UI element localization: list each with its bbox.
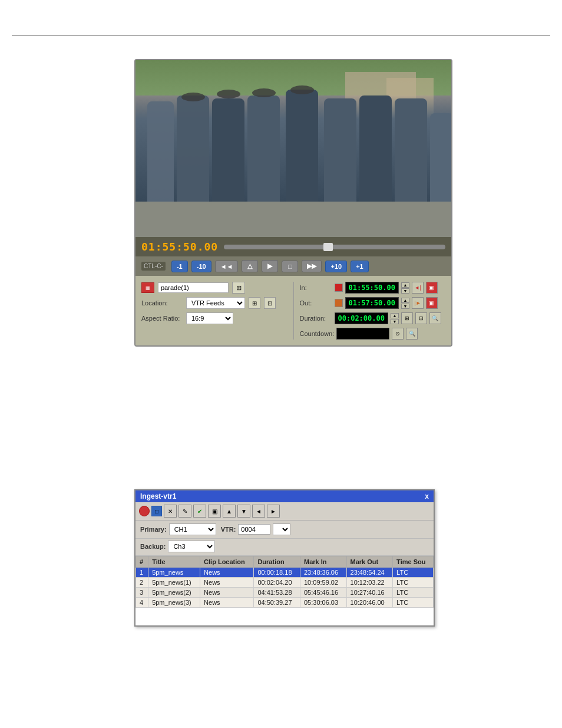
out-tc-row: Out: 01:57:50.00 ▲ ▼ |► ▣ (300, 297, 446, 309)
duration-action2[interactable]: ⊡ (415, 312, 427, 324)
ingest-panel: Ingest-vtr1 x □ ✕ ✎ ✔ ▣ ▲ ▼ ◄ ► Primary:… (134, 489, 435, 627)
ctl-label: CTL-C- (141, 262, 166, 271)
transport-rewind[interactable]: ◄◄ (215, 261, 239, 272)
duration-action1[interactable]: ⊞ (401, 312, 413, 324)
in-tc-row: In: 01:55:50.00 ▲ ▼ ◄| ▣ (300, 282, 446, 294)
out-spin-up[interactable]: ▲ (401, 298, 409, 303)
ingest-down-btn[interactable]: ▼ (237, 505, 250, 518)
backup-select[interactable]: Ch3 Ch1 Ch2 (168, 541, 215, 552)
cell-markout: 10:12:03.22 (346, 578, 393, 588)
table-row[interactable]: 1 5pm_news News 00:00:18.18 23:48:36.06 … (136, 568, 434, 578)
cell-timesource: LTC (393, 598, 434, 608)
duration-action3[interactable]: 🔍 (429, 312, 441, 324)
ingest-edit-btn[interactable]: ✎ (178, 505, 191, 518)
table-header-row: # Title Clip Location Duration Mark In M… (136, 556, 434, 568)
cell-timesource: LTC (393, 568, 434, 578)
transport-slow[interactable]: △ (242, 260, 258, 272)
primary-group: Primary: CH1 CH2 CH3 (140, 523, 216, 535)
ingest-up-btn[interactable]: ▲ (223, 505, 236, 518)
transport-stop[interactable]: □ (282, 261, 298, 272)
col-markout: Mark Out (346, 556, 393, 568)
ingest-cut-btn[interactable]: ✕ (164, 505, 177, 518)
top-divider (12, 35, 550, 36)
cell-location: News (200, 598, 254, 608)
clip-browse-btn[interactable]: ⊞ (232, 282, 245, 294)
ingest-close-btn[interactable]: x (425, 492, 429, 500)
location-btn1[interactable]: ⊞ (249, 297, 260, 309)
table-row[interactable]: 3 5pm_news(2) News 04:41:53.28 05:45:46.… (136, 588, 434, 598)
transport-plus10[interactable]: +10 (325, 261, 347, 272)
clip-name-row: ▦ ⊞ (141, 282, 287, 294)
aspect-ratio-row: Aspect Ratio: 16:9 4:3 (141, 312, 287, 324)
duration-timecode: 00:02:00.00 (335, 312, 388, 324)
out-action1[interactable]: |► (412, 297, 424, 309)
transport-minus10[interactable]: -10 (191, 261, 211, 272)
clip-icon: ▦ (141, 282, 154, 293)
cell-title: 5pm_news(1) (148, 578, 200, 588)
col-duration: Duration (254, 556, 300, 568)
cell-markin: 23:48:36.06 (300, 568, 346, 578)
in-action1[interactable]: ◄| (412, 282, 424, 294)
cell-location: News (200, 578, 254, 588)
location-btn2[interactable]: ⊡ (264, 297, 276, 309)
in-spin-down[interactable]: ▼ (401, 288, 409, 294)
transport-ffwd[interactable]: ▶▶ (302, 260, 322, 272)
table-row[interactable]: 4 5pm_news(3) News 04:50:39.27 05:30:06.… (136, 598, 434, 608)
ingest-empty-area (135, 608, 434, 625)
countdown-action1[interactable]: ⊙ (392, 328, 404, 340)
cell-markin: 05:45:46.16 (300, 588, 346, 598)
cell-title: 5pm_news(2) (148, 588, 200, 598)
ingest-toolbar: □ ✕ ✎ ✔ ▣ ▲ ▼ ◄ ► (135, 502, 434, 521)
timecode-thumb[interactable] (323, 243, 333, 251)
col-markin: Mark In (300, 556, 346, 568)
out-label: Out: (300, 299, 332, 307)
cell-location: News (200, 568, 254, 578)
cell-markout: 10:20:46.00 (346, 598, 393, 608)
in-spin: ▲ ▼ (401, 282, 409, 294)
cell-title: 5pm_news(3) (148, 598, 200, 608)
transport-plus1[interactable]: +1 (351, 261, 369, 272)
cell-num: 4 (136, 598, 148, 608)
out-flag (335, 299, 343, 307)
in-timecode: 01:55:50.00 (345, 282, 399, 294)
ingest-clip-btn[interactable]: ▣ (208, 505, 221, 518)
table-row[interactable]: 2 5pm_news(1) News 00:02:04.20 10:09:59.… (136, 578, 434, 588)
in-action2[interactable]: ▣ (426, 282, 438, 294)
out-spin-down[interactable]: ▼ (401, 304, 409, 309)
transport-play[interactable]: ▶ (262, 260, 278, 272)
col-timesource: Time Sou (393, 556, 434, 568)
vtr-select[interactable] (273, 523, 290, 535)
ingest-stop-btn[interactable]: □ (151, 506, 162, 516)
ingest-right-btn[interactable]: ► (267, 505, 280, 518)
countdown-action2[interactable]: 🔍 (406, 328, 418, 340)
duration-spin-up[interactable]: ▲ (391, 313, 399, 318)
cell-duration: 04:50:39.27 (254, 598, 300, 608)
out-spin: ▲ ▼ (401, 298, 409, 309)
controls-left: ▦ ⊞ Location: VTR Feeds ⊞ ⊡ Aspect Ratio… (141, 282, 287, 340)
aspect-select[interactable]: 16:9 4:3 (186, 312, 233, 324)
transport-minus1[interactable]: -1 (171, 261, 188, 272)
primary-select[interactable]: CH1 CH2 CH3 (169, 523, 216, 535)
cell-markout: 10:27:40.16 (346, 588, 393, 598)
location-select[interactable]: VTR Feeds (186, 297, 245, 309)
ingest-titlebar: Ingest-vtr1 x (135, 490, 434, 502)
ingest-backup-row: Backup: Ch3 Ch1 Ch2 (135, 539, 434, 556)
ingest-record-btn[interactable] (139, 506, 150, 516)
cell-markin: 10:09:59.02 (300, 578, 346, 588)
cell-duration: 04:41:53.28 (254, 588, 300, 598)
controls-right: In: 01:55:50.00 ▲ ▼ ◄| ▣ Out: 01:57:50.0… (293, 282, 446, 340)
in-label: In: (300, 284, 332, 291)
cell-markin: 05:30:06.03 (300, 598, 346, 608)
in-spin-up[interactable]: ▲ (401, 282, 409, 288)
timecode-slider[interactable] (224, 245, 445, 249)
duration-spin-down[interactable]: ▼ (391, 319, 399, 324)
cell-num: 2 (136, 578, 148, 588)
ingest-left-btn[interactable]: ◄ (252, 505, 265, 518)
ingest-table: # Title Clip Location Duration Mark In M… (135, 556, 434, 608)
out-action2[interactable]: ▣ (426, 297, 438, 309)
col-location: Clip Location (200, 556, 254, 568)
cell-num: 3 (136, 588, 148, 598)
ingest-check-btn[interactable]: ✔ (193, 505, 206, 518)
vtr-input[interactable] (238, 524, 270, 535)
clip-name-input[interactable] (158, 282, 229, 293)
